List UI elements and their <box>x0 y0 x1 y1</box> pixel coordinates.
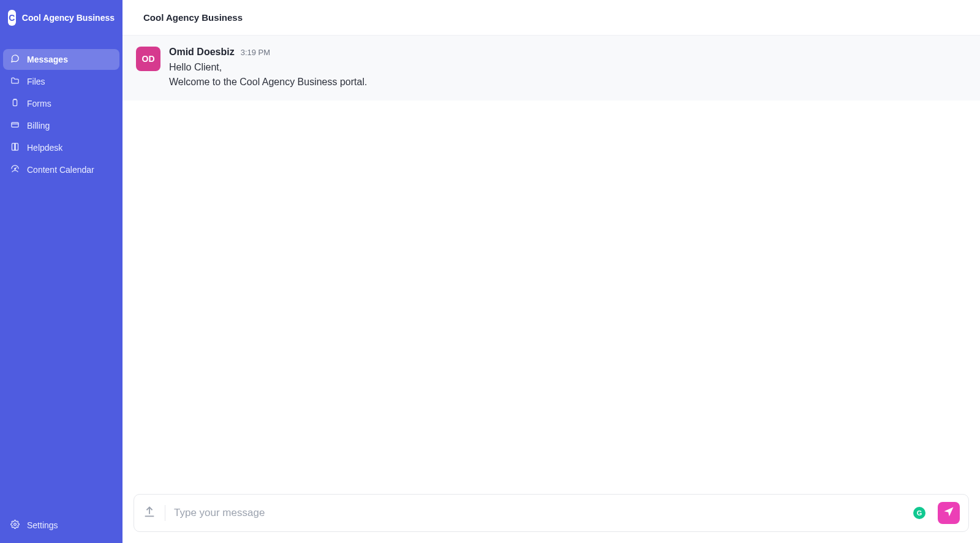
sidebar-item-messages[interactable]: Messages <box>3 49 119 70</box>
brand-name: Cool Agency Business <box>22 13 115 23</box>
sidebar-item-label: Files <box>27 77 45 86</box>
sidebar-item-helpdesk[interactable]: Helpdesk <box>3 137 119 158</box>
folder-icon <box>10 76 20 87</box>
message-thread[interactable]: OD Omid Doesbiz 3:19 PM Hello Client, We… <box>123 36 980 494</box>
sidebar-item-label: Content Calendar <box>27 165 94 175</box>
message-body: Omid Doesbiz 3:19 PM Hello Client, Welco… <box>169 47 367 89</box>
settings-label: Settings <box>27 520 58 530</box>
upload-button[interactable] <box>143 505 165 521</box>
brand-logo: C <box>8 10 16 26</box>
chat-icon <box>10 54 20 65</box>
sidebar-item-billing[interactable]: Billing <box>3 115 119 136</box>
message-time: 3:19 PM <box>241 48 270 57</box>
send-icon <box>943 506 955 520</box>
sidebar-item-settings[interactable]: Settings <box>3 515 119 536</box>
composer: G <box>134 494 969 532</box>
book-icon <box>10 142 20 153</box>
page-title: Cool Agency Business <box>143 12 243 23</box>
sidebar-item-label: Messages <box>27 55 68 64</box>
message-text: Hello Client, Welcome to the Cool Agency… <box>169 60 367 89</box>
clipboard-icon <box>10 98 20 109</box>
sidebar-spacer <box>3 180 119 515</box>
svg-rect-0 <box>13 100 17 106</box>
message-row: OD Omid Doesbiz 3:19 PM Hello Client, We… <box>123 36 980 101</box>
brand[interactable]: C Cool Agency Business <box>3 7 119 38</box>
card-icon <box>10 120 20 131</box>
svg-rect-1 <box>12 123 18 127</box>
sidebar-item-label: Forms <box>27 99 51 108</box>
sidebar-nav: Messages Files Forms Billing Helpdesk <box>3 49 119 180</box>
sidebar-item-label: Helpdesk <box>27 143 62 153</box>
sidebar-item-files[interactable]: Files <box>3 71 119 92</box>
sidebar-item-forms[interactable]: Forms <box>3 93 119 114</box>
composer-area: G <box>123 494 980 543</box>
message-author: Omid Doesbiz <box>169 47 235 58</box>
avatar: OD <box>136 47 160 71</box>
topbar: Cool Agency Business <box>123 0 980 36</box>
svg-point-3 <box>14 523 17 526</box>
main-panel: Cool Agency Business OD Omid Doesbiz 3:1… <box>123 0 980 543</box>
sidebar-item-label: Billing <box>27 121 50 131</box>
message-input[interactable] <box>174 507 905 519</box>
sidebar-item-content-calendar[interactable]: Content Calendar <box>3 159 119 180</box>
gauge-icon <box>10 164 20 175</box>
sidebar: C Cool Agency Business Messages Files Fo… <box>0 0 123 543</box>
message-header: Omid Doesbiz 3:19 PM <box>169 47 367 58</box>
gear-icon <box>10 520 20 531</box>
send-button[interactable] <box>938 502 960 524</box>
grammarly-badge[interactable]: G <box>913 507 925 519</box>
upload-icon <box>143 505 156 521</box>
